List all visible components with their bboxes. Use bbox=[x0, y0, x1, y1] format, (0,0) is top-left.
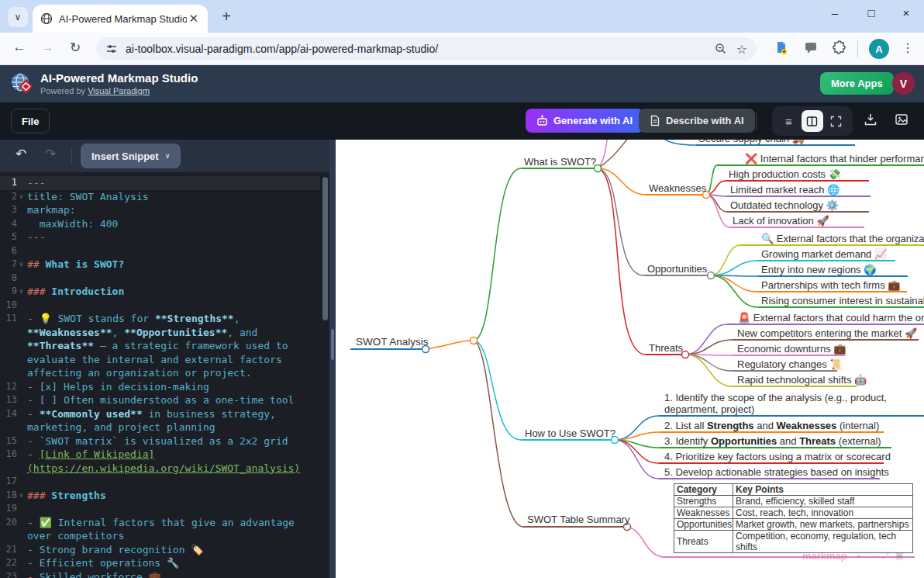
editor-only-view-button[interactable]: ≡ bbox=[777, 110, 799, 132]
code-line-text[interactable]: - **Commonly used** in business strategy… bbox=[26, 407, 320, 434]
leaf-weakness-5[interactable]: Lack of innovation 🚀 bbox=[733, 215, 829, 227]
leaf-opportunity-2[interactable]: Growing market demand 📈 bbox=[761, 248, 887, 260]
leaf-threat-2[interactable]: New competitors entering the market 🚀 bbox=[737, 327, 917, 339]
leaf-threat-4[interactable]: Regulatory changes 📜 bbox=[737, 358, 842, 370]
code-line-text[interactable]: - 💡 SWOT stands for **Strengths**, **Wea… bbox=[26, 312, 320, 380]
fullscreen-view-button[interactable] bbox=[826, 110, 847, 132]
leaf-opportunity-1[interactable]: 🔍 External factors that the organization… bbox=[761, 233, 924, 244]
code-line[interactable]: 4 maxWidth: 400 bbox=[0, 217, 320, 231]
code-line-text[interactable]: - ✅ Internal factors that give an advant… bbox=[26, 516, 320, 543]
what-node-label[interactable]: What is SWOT? bbox=[524, 156, 596, 168]
extension-doc-icon[interactable] bbox=[774, 40, 789, 56]
leaf-weakness-4[interactable]: Outdated technology ⚙️ bbox=[730, 199, 839, 211]
code-line-text[interactable] bbox=[26, 272, 320, 286]
leaf-weakness-2[interactable]: High production costs 💸 bbox=[729, 168, 841, 180]
forward-button[interactable]: → bbox=[37, 40, 57, 55]
fold-chevron-icon[interactable]: ∨ bbox=[17, 489, 26, 503]
leaf-howto-2[interactable]: 2. List all Strengths and Weaknesses (in… bbox=[664, 420, 879, 431]
tab-close-icon[interactable]: ✕ bbox=[187, 12, 200, 26]
opportunities-node-label[interactable]: Opportunities bbox=[647, 263, 707, 275]
code-line-text[interactable]: - [Link of Wikipedia](https://en.wikiped… bbox=[26, 448, 320, 475]
code-line[interactable]: 14- **Commonly used** in business strate… bbox=[0, 407, 320, 434]
code-line-text[interactable]: - Strong brand recognition 🏷️ bbox=[26, 543, 320, 557]
code-line-text[interactable] bbox=[26, 502, 320, 516]
window-close-button[interactable]: × bbox=[895, 6, 918, 19]
code-line-text[interactable]: --- bbox=[26, 230, 320, 244]
new-tab-button[interactable]: + bbox=[217, 7, 236, 26]
leaf-howto-1-line1[interactable]: 1. Identify the scope of the analysis (e… bbox=[664, 392, 887, 403]
threats-node-label[interactable]: Threats bbox=[649, 342, 683, 354]
code-line[interactable]: 13- [ ] Often misunderstood as a one-tim… bbox=[0, 393, 320, 407]
tab-search-button[interactable]: ∨ bbox=[8, 7, 28, 27]
browser-profile-avatar[interactable]: A bbox=[869, 39, 889, 59]
window-maximize-button[interactable]: □ bbox=[860, 6, 883, 19]
code-line[interactable]: 1--- bbox=[0, 176, 320, 190]
code-line[interactable]: 6 bbox=[0, 244, 320, 258]
code-line[interactable]: 8 bbox=[0, 272, 320, 286]
window-minimize-button[interactable]: – bbox=[823, 6, 846, 19]
code-line-text[interactable] bbox=[26, 475, 320, 489]
leaf-howto-5[interactable]: 5. Develop actionable strategies based o… bbox=[664, 466, 889, 478]
code-line[interactable]: 3markmap: bbox=[0, 203, 320, 217]
code-line[interactable]: 16- [Link of Wikipedia](https://en.wikip… bbox=[0, 448, 320, 475]
summary-node-label[interactable]: SWOT Table Summary bbox=[527, 514, 629, 525]
code-line-text[interactable]: maxWidth: 400 bbox=[26, 217, 320, 231]
junction-node-circle[interactable] bbox=[471, 337, 478, 344]
leaf-weakness-1[interactable]: ❌ Internal factors that hinder performan… bbox=[745, 153, 924, 164]
browser-tab[interactable]: AI-Powered Markmap Studio ✕ bbox=[33, 5, 208, 33]
export-image-icon[interactable] bbox=[895, 112, 908, 126]
reload-button[interactable]: ↻ bbox=[65, 40, 85, 56]
tune-icon[interactable] bbox=[105, 43, 118, 55]
code-line[interactable]: 2∨title: SWOT Analysis bbox=[0, 190, 320, 204]
code-line-text[interactable]: - Efficient operations 🔧 bbox=[26, 556, 320, 570]
address-bar[interactable]: ai-toolbox.visual-paradigm.com/app/ai-po… bbox=[96, 37, 757, 61]
back-button[interactable]: ← bbox=[9, 40, 29, 55]
file-menu-button[interactable]: File bbox=[11, 109, 50, 133]
opportunities-node-circle[interactable] bbox=[708, 272, 715, 279]
code-line[interactable]: 19 bbox=[0, 502, 320, 516]
code-line[interactable]: 20- ✅ Internal factors that give an adva… bbox=[0, 516, 320, 543]
describe-with-ai-button[interactable]: Describe with AI bbox=[639, 109, 755, 133]
split-view-button[interactable] bbox=[802, 110, 823, 132]
browser-menu-kebab-icon[interactable]: ⋮ bbox=[902, 40, 914, 55]
extensions-puzzle-icon[interactable] bbox=[832, 40, 847, 56]
panel-splitter[interactable] bbox=[329, 140, 336, 578]
code-line[interactable]: 5--- bbox=[0, 230, 320, 244]
visual-paradigm-link[interactable]: Visual Paradigm bbox=[88, 86, 150, 95]
leaf-threat-3[interactable]: Economic downturns 💼 bbox=[737, 343, 846, 355]
code-line[interactable]: 10 bbox=[0, 299, 320, 313]
fold-chevron-icon[interactable]: ∨ bbox=[17, 190, 26, 204]
code-line[interactable]: 21- Strong brand recognition 🏷️ bbox=[0, 543, 320, 557]
editor-scrollbar-thumb[interactable] bbox=[322, 177, 328, 320]
leaf-threat-1[interactable]: 🚨 External factors that could harm the o… bbox=[738, 312, 924, 324]
leaf-weakness-3[interactable]: Limited market reach 🌐 bbox=[730, 184, 840, 196]
insert-snippet-button[interactable]: Insert Snippet ∨ bbox=[81, 144, 181, 168]
generate-with-ai-button[interactable]: Generate with AI bbox=[526, 109, 643, 133]
undo-icon[interactable]: ↶ bbox=[16, 146, 26, 162]
bookmark-star-icon[interactable]: ☆ bbox=[736, 42, 747, 57]
code-line[interactable]: 7∨## What is SWOT? bbox=[0, 258, 320, 272]
feedback-bubble-icon[interactable] bbox=[804, 40, 818, 54]
code-line-text[interactable]: ## What is SWOT? bbox=[26, 258, 320, 272]
leaf-opportunity-5[interactable]: Rising consumer interest in sustainabili… bbox=[761, 295, 924, 306]
fold-chevron-icon[interactable]: ∨ bbox=[17, 258, 26, 272]
leaf-howto-4[interactable]: 4. Prioritize key factors using a matrix… bbox=[664, 451, 891, 462]
leaf-threat-5[interactable]: Rapid technological shifts 🤖 bbox=[737, 374, 867, 386]
code-line-text[interactable]: title: SWOT Analysis bbox=[26, 190, 320, 204]
code-line[interactable]: 23- Skilled workforce 💼 bbox=[0, 570, 320, 578]
code-line[interactable]: 9∨### Introduction bbox=[0, 285, 320, 299]
download-icon[interactable] bbox=[864, 112, 877, 126]
code-line-text[interactable]: - [x] Helps in decision-making bbox=[26, 380, 320, 394]
leaf-howto-3[interactable]: 3. Identify Opportunities and Threats (e… bbox=[664, 435, 881, 447]
leaf-secure-supply-chain[interactable]: Secure supply chain 🚚 bbox=[698, 140, 805, 144]
code-lines[interactable]: 1---2∨title: SWOT Analysis3markmap:4 max… bbox=[0, 172, 320, 578]
mindmap-panel[interactable]: Secure supply chain 🚚 SWOT Analysis What… bbox=[336, 140, 924, 578]
code-line-text[interactable]: --- bbox=[26, 176, 320, 190]
code-line-text[interactable]: - `SWOT matrix` is visualized as a 2x2 g… bbox=[26, 434, 320, 448]
root-node-label[interactable]: SWOT Analysis bbox=[356, 336, 429, 348]
code-line-text[interactable]: ### Strengths bbox=[26, 489, 320, 503]
leaf-howto-1-line2[interactable]: department, project) bbox=[664, 403, 754, 415]
code-line-text[interactable] bbox=[26, 299, 320, 313]
code-line[interactable]: 12- [x] Helps in decision-making bbox=[0, 380, 320, 394]
user-avatar[interactable]: V bbox=[892, 72, 915, 95]
